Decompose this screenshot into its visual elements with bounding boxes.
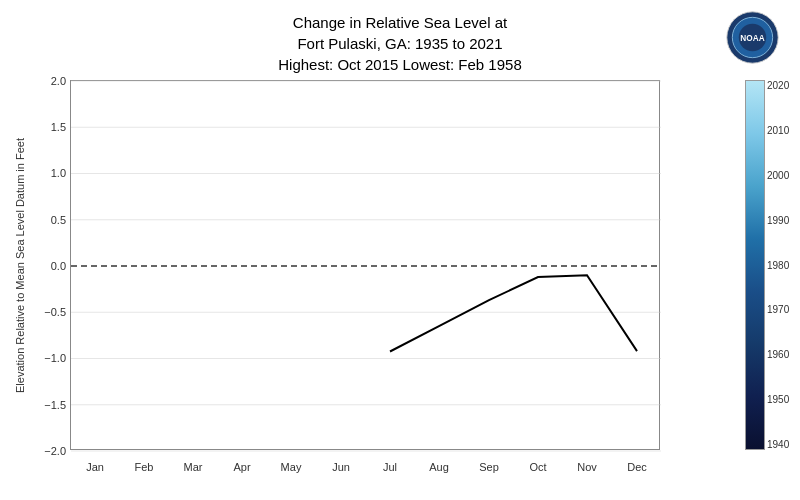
title-line1: Change in Relative Sea Level at: [0, 12, 800, 33]
colorbar-label-2010: 2010: [767, 125, 789, 136]
sea-level-line: [390, 275, 637, 351]
svg-text:Apr: Apr: [233, 461, 250, 473]
chart-area: Elevation Relative to Mean Sea Level Dat…: [70, 80, 660, 450]
chart-svg: 2.0 1.5 1.0 0.5 0.0 −0.5 −1.0 −1.5 −2.0 …: [71, 81, 661, 451]
svg-text:NOAA: NOAA: [740, 34, 764, 43]
svg-text:Jun: Jun: [332, 461, 350, 473]
svg-text:Nov: Nov: [577, 461, 597, 473]
page-container: Change in Relative Sea Level at Fort Pul…: [0, 0, 800, 500]
svg-text:Dec: Dec: [627, 461, 647, 473]
colorbar-gradient: [745, 80, 765, 450]
title-area: Change in Relative Sea Level at Fort Pul…: [0, 0, 800, 75]
colorbar-label-1970: 1970: [767, 304, 789, 315]
svg-text:0.0: 0.0: [51, 260, 66, 272]
svg-text:May: May: [281, 461, 302, 473]
svg-text:−2.0: −2.0: [44, 445, 66, 457]
svg-text:1.0: 1.0: [51, 167, 66, 179]
colorbar-label-2020: 2020: [767, 80, 789, 91]
colorbar-label-1990: 1990: [767, 215, 789, 226]
title-line2: Fort Pulaski, GA: 1935 to 2021: [0, 33, 800, 54]
svg-text:Aug: Aug: [429, 461, 449, 473]
y-axis-label: Elevation Relative to Mean Sea Level Dat…: [10, 80, 30, 450]
svg-text:Sep: Sep: [479, 461, 499, 473]
svg-text:Jul: Jul: [383, 461, 397, 473]
svg-text:1.5: 1.5: [51, 121, 66, 133]
colorbar-label-1960: 1960: [767, 349, 789, 360]
svg-text:−1.0: −1.0: [44, 352, 66, 364]
chart-box: 2.0 1.5 1.0 0.5 0.0 −0.5 −1.0 −1.5 −2.0 …: [70, 80, 660, 450]
svg-text:−0.5: −0.5: [44, 306, 66, 318]
svg-text:Feb: Feb: [135, 461, 154, 473]
colorbar-area: 2020 2010 2000 1990 1980 1970 1960 1950 …: [745, 80, 785, 450]
svg-text:2.0: 2.0: [51, 75, 66, 87]
svg-text:−1.5: −1.5: [44, 399, 66, 411]
svg-text:Mar: Mar: [184, 461, 203, 473]
colorbar-label-1950: 1950: [767, 394, 789, 405]
svg-text:Oct: Oct: [529, 461, 546, 473]
colorbar-labels: 2020 2010 2000 1990 1980 1970 1960 1950 …: [767, 80, 789, 450]
colorbar-label-2000: 2000: [767, 170, 789, 181]
svg-text:0.5: 0.5: [51, 214, 66, 226]
noaa-logo: NOAA: [725, 10, 780, 65]
svg-text:Jan: Jan: [86, 461, 104, 473]
colorbar-label-1940: 1940: [767, 439, 789, 450]
colorbar-label-1980: 1980: [767, 260, 789, 271]
title-line3: Highest: Oct 2015 Lowest: Feb 1958: [0, 54, 800, 75]
